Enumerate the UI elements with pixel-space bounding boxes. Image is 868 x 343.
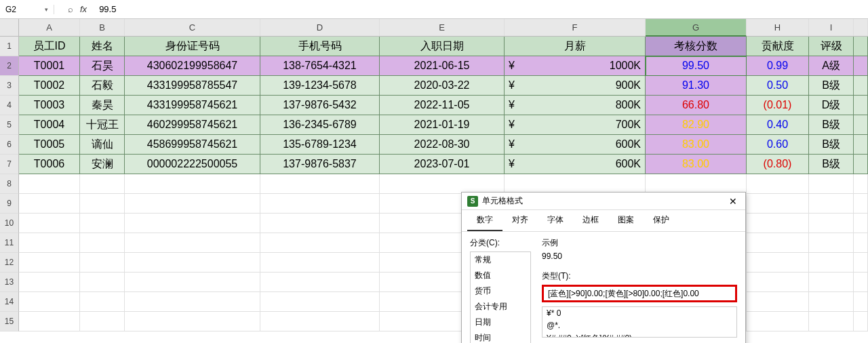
cell-J8[interactable] bbox=[854, 174, 868, 194]
cell-A13[interactable] bbox=[19, 273, 80, 292]
cell-I11[interactable] bbox=[809, 233, 854, 253]
cell-E8[interactable] bbox=[380, 174, 505, 194]
cell-J15[interactable] bbox=[854, 312, 868, 331]
category-item[interactable]: 会计专用 bbox=[471, 299, 530, 315]
cell-B13[interactable] bbox=[80, 273, 125, 292]
cell-E3[interactable]: 2020-03-22 bbox=[380, 76, 505, 96]
cell-D15[interactable] bbox=[260, 312, 380, 331]
dialog-tab-保护[interactable]: 保护 bbox=[644, 210, 679, 231]
cell-B10[interactable] bbox=[80, 214, 125, 233]
cell-A5[interactable]: T0004 bbox=[19, 115, 80, 135]
col-header-E[interactable]: E bbox=[380, 19, 505, 37]
cell-B4[interactable]: 秦昊 bbox=[80, 96, 125, 115]
category-item[interactable]: 时间 bbox=[471, 330, 530, 343]
cell-A3[interactable]: T0002 bbox=[19, 76, 80, 96]
cell-A4[interactable]: T0003 bbox=[19, 96, 80, 115]
dialog-tab-数字[interactable]: 数字 bbox=[467, 210, 502, 231]
col-header-F[interactable]: F bbox=[505, 19, 646, 37]
header-cell-C[interactable]: 身份证号码 bbox=[125, 37, 260, 56]
category-item[interactable]: 常规 bbox=[471, 252, 530, 268]
header-cell-B[interactable]: 姓名 bbox=[80, 37, 125, 56]
row-header-7[interactable]: 7 bbox=[0, 155, 19, 174]
cell-H14[interactable] bbox=[747, 292, 809, 312]
cell[interactable] bbox=[854, 155, 868, 174]
cell-F6[interactable]: ¥600K bbox=[505, 135, 646, 155]
cell-C12[interactable] bbox=[125, 253, 260, 273]
cell-D13[interactable] bbox=[260, 273, 380, 292]
fx-label[interactable]: fx bbox=[80, 4, 87, 14]
cell-C7[interactable]: 000002222500055 bbox=[125, 155, 260, 174]
row-header-8[interactable]: 8 bbox=[0, 174, 19, 194]
cell-H6[interactable]: 0.60 bbox=[747, 135, 809, 155]
cell-D9[interactable] bbox=[260, 194, 380, 214]
cell-F5[interactable]: ¥700K bbox=[505, 115, 646, 135]
cell-A6[interactable]: T0005 bbox=[19, 135, 80, 155]
format-item[interactable]: ¥* 0 bbox=[542, 307, 736, 319]
row-header-15[interactable]: 15 bbox=[0, 312, 19, 331]
cell-H15[interactable] bbox=[747, 312, 809, 331]
cell-C13[interactable] bbox=[125, 273, 260, 292]
cell-B15[interactable] bbox=[80, 312, 125, 331]
cell-G4[interactable]: 66.80 bbox=[646, 96, 747, 115]
cell-B14[interactable] bbox=[80, 292, 125, 312]
cell-C2[interactable]: 430602199958647 bbox=[125, 56, 260, 76]
select-all-corner[interactable] bbox=[0, 19, 19, 37]
cell-I4[interactable]: D级 bbox=[809, 96, 854, 115]
cell-I10[interactable] bbox=[809, 214, 854, 233]
cell-H3[interactable]: 0.50 bbox=[747, 76, 809, 96]
type-input[interactable] bbox=[542, 285, 737, 302]
cell-I5[interactable]: B级 bbox=[809, 115, 854, 135]
cell-A2[interactable]: T0001 bbox=[19, 56, 80, 76]
cell-I7[interactable]: B级 bbox=[809, 155, 854, 174]
cell-G2[interactable]: 99.50 bbox=[646, 56, 747, 76]
cell-G5[interactable]: 82.90 bbox=[646, 115, 747, 135]
cell[interactable] bbox=[854, 135, 868, 155]
cell-B3[interactable]: 石毅 bbox=[80, 76, 125, 96]
cell-D5[interactable]: 136-2345-6789 bbox=[260, 115, 380, 135]
cell-H5[interactable]: 0.40 bbox=[747, 115, 809, 135]
col-header-J[interactable] bbox=[854, 19, 868, 37]
row-header-14[interactable]: 14 bbox=[0, 292, 19, 312]
dialog-tab-边框[interactable]: 边框 bbox=[573, 210, 608, 231]
dialog-titlebar[interactable]: S 单元格格式 ✕ bbox=[462, 193, 745, 210]
header-cell-I[interactable]: 评级 bbox=[809, 37, 854, 56]
col-header-H[interactable]: H bbox=[747, 19, 809, 37]
category-item[interactable]: 数值 bbox=[471, 268, 530, 283]
cell-D6[interactable]: 135-6789-1234 bbox=[260, 135, 380, 155]
cell-D2[interactable]: 138-7654-4321 bbox=[260, 56, 380, 76]
category-item[interactable]: 货币 bbox=[471, 283, 530, 299]
cell-I9[interactable] bbox=[809, 194, 854, 214]
row-header-11[interactable]: 11 bbox=[0, 233, 19, 253]
cell-B11[interactable] bbox=[80, 233, 125, 253]
row-header-9[interactable]: 9 bbox=[0, 194, 19, 214]
col-header-D[interactable]: D bbox=[260, 19, 380, 37]
close-icon[interactable]: ✕ bbox=[726, 196, 740, 207]
cell-D4[interactable]: 137-9876-5432 bbox=[260, 96, 380, 115]
cell-H11[interactable] bbox=[747, 233, 809, 253]
cell-C15[interactable] bbox=[125, 312, 260, 331]
cell-E6[interactable]: 2022-08-30 bbox=[380, 135, 505, 155]
cell-F4[interactable]: ¥800K bbox=[505, 96, 646, 115]
header-cell-H[interactable]: 贡献度 bbox=[747, 37, 809, 56]
header-cell-E[interactable]: 入职日期 bbox=[380, 37, 505, 56]
cell-D12[interactable] bbox=[260, 253, 380, 273]
cell-B2[interactable]: 石昊 bbox=[80, 56, 125, 76]
cell-D8[interactable] bbox=[260, 174, 380, 194]
format-item[interactable]: ¥#,##0_);[红色](¥#,##0) bbox=[542, 331, 736, 338]
header-cell-D[interactable]: 手机号码 bbox=[260, 37, 380, 56]
col-header-C[interactable]: C bbox=[125, 19, 260, 37]
cell-F2[interactable]: ¥1000K bbox=[505, 56, 646, 76]
cell[interactable] bbox=[854, 115, 868, 135]
cell-A15[interactable] bbox=[19, 312, 80, 331]
cell[interactable] bbox=[854, 56, 868, 76]
cell-I2[interactable]: A级 bbox=[809, 56, 854, 76]
dialog-tab-图案[interactable]: 图案 bbox=[608, 210, 644, 231]
cell[interactable] bbox=[854, 37, 868, 56]
cell-C3[interactable]: 433199958785547 bbox=[125, 76, 260, 96]
cell-E4[interactable]: 2022-11-05 bbox=[380, 96, 505, 115]
cell-D11[interactable] bbox=[260, 233, 380, 253]
name-box[interactable]: G2 ▾ bbox=[0, 5, 54, 14]
cell-A11[interactable] bbox=[19, 233, 80, 253]
cell-D7[interactable]: 137-9876-5837 bbox=[260, 155, 380, 174]
row-header-5[interactable]: 5 bbox=[0, 115, 19, 135]
